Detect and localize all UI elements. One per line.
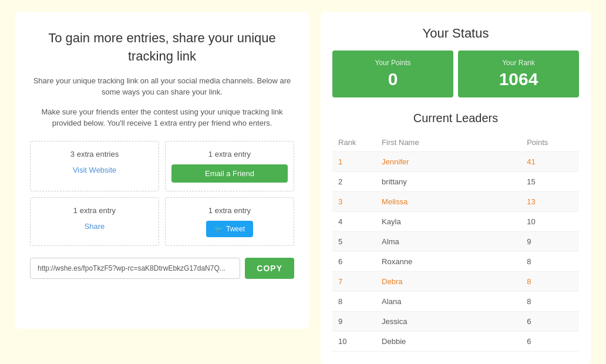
left-panel: To gain more entries, share your unique …	[15, 12, 309, 329]
cell-rank: 8	[332, 292, 376, 312]
cell-name: Melissa	[376, 192, 521, 212]
table-row: 10Debbie6	[332, 332, 579, 352]
cell-rank: 3	[332, 192, 376, 212]
table-header-row: Rank First Name Points	[332, 133, 579, 152]
cell-rank: 2	[332, 172, 376, 192]
copy-button[interactable]: COPY	[245, 258, 294, 279]
points-value: 0	[338, 69, 447, 89]
share-link-area: COPY	[30, 258, 294, 279]
cell-name: brittany	[376, 172, 521, 192]
rank-value: 1064	[464, 69, 573, 89]
leaders-title: Current Leaders	[332, 112, 579, 125]
col-rank: Rank	[332, 133, 376, 152]
cell-points: 6	[521, 312, 579, 332]
entry-count-2: 1 extra entry	[171, 150, 288, 159]
share-link[interactable]: Share	[85, 222, 105, 231]
table-row: 1Jennifer41	[332, 152, 579, 172]
col-points: Points	[521, 133, 579, 152]
entries-grid: 3 extra entries Visit Website 1 extra en…	[30, 141, 294, 246]
table-row: 9Jessica6	[332, 312, 579, 332]
cell-points: 8	[521, 272, 579, 292]
points-label: Your Points	[338, 59, 447, 67]
table-row: 3Melissa13	[332, 192, 579, 212]
visit-website-link[interactable]: Visit Website	[73, 166, 117, 174]
cell-name: Kayla	[376, 212, 521, 232]
cell-points: 10	[521, 212, 579, 232]
entry-count-4: 1 extra entry	[171, 206, 288, 215]
left-title: To gain more entries, share your unique …	[30, 29, 294, 66]
rank-card: Your Rank 1064	[458, 50, 579, 97]
cell-rank: 5	[332, 232, 376, 252]
table-row: 5Alma9	[332, 232, 579, 252]
leaders-table: Rank First Name Points 1Jennifer412britt…	[332, 133, 579, 352]
right-panel: Your Status Your Points 0 Your Rank 1064…	[321, 12, 591, 364]
cell-name: Jennifer	[376, 152, 521, 172]
entry-box-1: 3 extra entries Visit Website	[30, 141, 159, 191]
cell-name: Debbie	[376, 332, 521, 352]
cell-name: Alma	[376, 232, 521, 252]
entry-count-1: 3 extra entries	[36, 150, 153, 159]
cell-name: Debra	[376, 272, 521, 292]
cell-points: 8	[521, 252, 579, 272]
cell-points: 13	[521, 192, 579, 212]
cell-name: Alana	[376, 292, 521, 312]
cell-points: 41	[521, 152, 579, 172]
cell-rank: 10	[332, 332, 376, 352]
cell-points: 9	[521, 232, 579, 252]
cell-rank: 7	[332, 272, 376, 292]
table-row: 8Alana8	[332, 292, 579, 312]
rank-label: Your Rank	[464, 59, 573, 67]
left-note: Make sure your friends enter the contest…	[30, 106, 294, 129]
status-title: Your Status	[332, 26, 579, 41]
status-cards: Your Points 0 Your Rank 1064	[332, 50, 579, 97]
cell-points: 8	[521, 292, 579, 312]
cell-rank: 6	[332, 252, 376, 272]
twitter-icon: 🐦	[214, 225, 223, 233]
tweet-button[interactable]: 🐦 Tweet	[206, 221, 253, 237]
cell-name: Roxanne	[376, 252, 521, 272]
share-url-input[interactable]	[30, 258, 240, 279]
table-row: 2brittany15	[332, 172, 579, 192]
cell-name: Jessica	[376, 312, 521, 332]
table-row: 4Kayla10	[332, 212, 579, 232]
entry-box-2: 1 extra entry Email a Friend	[165, 141, 294, 191]
email-friend-button[interactable]: Email a Friend	[171, 164, 288, 183]
entry-box-3: 1 extra entry Share	[30, 197, 159, 246]
cell-rank: 4	[332, 212, 376, 232]
cell-rank: 9	[332, 312, 376, 332]
cell-rank: 1	[332, 152, 376, 172]
table-row: 6Roxanne8	[332, 252, 579, 272]
col-firstname: First Name	[376, 133, 521, 152]
cell-points: 15	[521, 172, 579, 192]
table-row: 7Debra8	[332, 272, 579, 292]
cell-points: 6	[521, 332, 579, 352]
entry-count-3: 1 extra entry	[36, 206, 153, 215]
left-subtitle: Share your unique tracking link on all y…	[30, 75, 294, 98]
entry-box-4: 1 extra entry 🐦 Tweet	[165, 197, 294, 246]
points-card: Your Points 0	[332, 50, 453, 97]
